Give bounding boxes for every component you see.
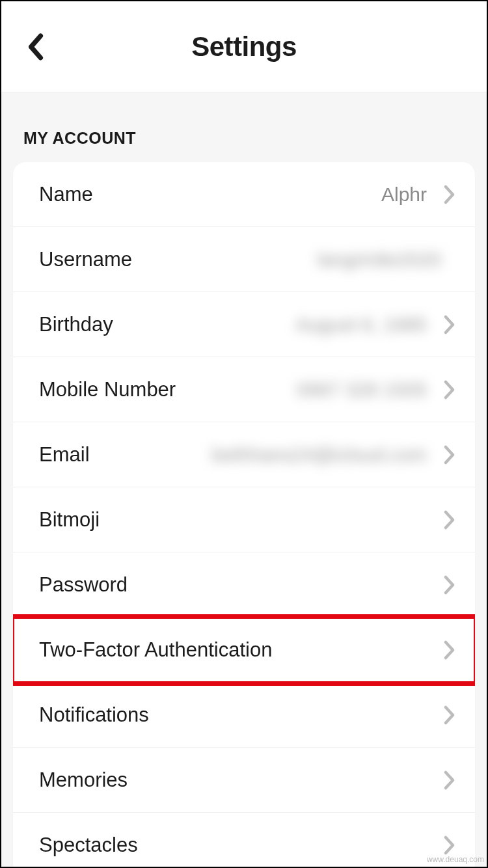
chevron-right-icon (442, 704, 457, 726)
chevron-right-icon (442, 314, 457, 336)
row-spectacles[interactable]: Spectacles (13, 813, 475, 868)
row-birthday[interactable]: Birthday August 6, 1985 (13, 292, 475, 357)
chevron-left-icon (27, 33, 44, 61)
row-label: Memories (39, 768, 128, 792)
row-username[interactable]: Username langrirdie2020 (13, 227, 475, 292)
row-label: Password (39, 573, 128, 597)
chevron-right-icon (442, 769, 457, 791)
page-title: Settings (191, 31, 297, 62)
chevron-right-icon (442, 444, 457, 466)
chevron-right-icon (442, 509, 457, 531)
row-value: bethhans24@icloud.com (211, 444, 427, 466)
chevron-right-icon (442, 183, 457, 206)
row-label: Spectacles (39, 834, 138, 857)
row-label: Mobile Number (39, 378, 176, 401)
account-card: Name Alphr Username langrirdie2020 Birth… (13, 162, 475, 868)
chevron-right-icon (442, 834, 457, 856)
row-label: Bitmoji (39, 508, 100, 532)
header: Settings (1, 1, 487, 92)
row-label: Two-Factor Authentication (39, 638, 272, 662)
row-name[interactable]: Name Alphr (13, 162, 475, 227)
chevron-right-icon (442, 379, 457, 401)
row-mobile-number[interactable]: Mobile Number 0967 328 1505 (13, 357, 475, 422)
row-value: August 6, 1985 (295, 314, 427, 336)
row-value: 0967 328 1505 (297, 379, 427, 401)
row-password[interactable]: Password (13, 552, 475, 617)
chevron-right-icon (442, 574, 457, 596)
row-memories[interactable]: Memories (13, 748, 475, 813)
row-label: Name (39, 183, 93, 206)
row-label: Birthday (39, 313, 113, 336)
row-value: Alphr (381, 183, 427, 206)
row-two-factor-authentication[interactable]: Two-Factor Authentication (13, 617, 475, 683)
row-label: Username (39, 248, 132, 271)
row-value: langrirdie2020 (318, 249, 441, 271)
row-bitmoji[interactable]: Bitmoji (13, 487, 475, 552)
watermark: www.deuaq.com (427, 855, 484, 864)
row-label: Email (39, 443, 90, 467)
row-label: Notifications (39, 703, 149, 727)
chevron-right-icon (442, 639, 457, 661)
row-email[interactable]: Email bethhans24@icloud.com (13, 422, 475, 487)
section-header-my-account: MY ACCOUNT (1, 92, 487, 162)
back-button[interactable] (20, 31, 51, 62)
row-notifications[interactable]: Notifications (13, 683, 475, 748)
